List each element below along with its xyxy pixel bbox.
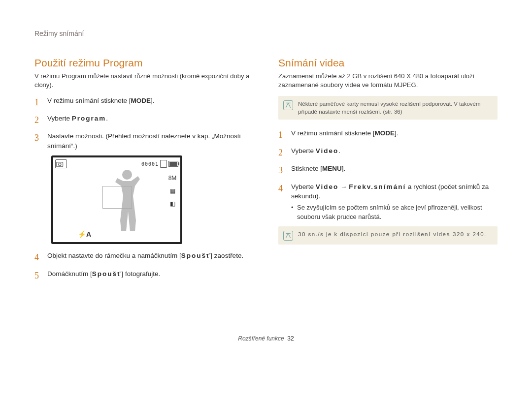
left-steps-cont: 4 Objekt nastavte do rámečku a namáčknut… [34, 251, 254, 281]
focus-frame [102, 186, 132, 209]
step-body: Vyberte Video → Frekv.snímání a rychlost… [291, 182, 498, 222]
left-steps: 1 V režimu snímání stisknete [MODE]. 2 V… [34, 96, 254, 151]
info-text: Některé paměťové karty nemusí vysoké roz… [298, 100, 493, 116]
resolution-icon: 8M [167, 174, 177, 182]
camera-mode-icon [55, 159, 67, 168]
battery-icon [168, 161, 178, 167]
info-note-2: 30 sn./s je k dispozici pouze při rozliš… [278, 226, 498, 245]
step-number: 1 [278, 128, 285, 141]
quality-icon: ▦ [167, 187, 177, 195]
left-intro: V režimu Program můžete nastavit různé m… [34, 72, 254, 89]
program-label: Program [72, 115, 106, 122]
step-number: 2 [278, 146, 285, 159]
text: . [338, 147, 340, 154]
text: V režimu snímání stisknete [ [47, 97, 131, 104]
info-icon [283, 100, 293, 110]
mode-label: MODE [131, 97, 151, 104]
shutter-label: Spoušť [181, 252, 211, 259]
right-steps: 1 V režimu snímání stisknete [MODE]. 2 V… [278, 128, 498, 221]
list-item: 4 Objekt nastavte do rámečku a namáčknut… [34, 251, 254, 264]
list-item: 4 Vyberte Video → Frekv.snímání a rychlo… [278, 182, 498, 222]
step-number: 5 [34, 269, 41, 282]
list-item: 3 Stisknete [MENU]. [278, 164, 498, 177]
sd-card-icon [160, 160, 167, 168]
text: Objekt nastavte do rámečku a namáčknutím… [47, 252, 181, 259]
text: Vyberte [291, 147, 314, 154]
list-item: 1 V režimu snímání stisknete [MODE]. [34, 96, 254, 109]
text: Vyberte [291, 183, 314, 190]
text: ] fotografujte. [122, 270, 161, 278]
page-footer: Rozšířené funkce 32 [0, 335, 532, 342]
shutter-label: Spoušť [92, 270, 122, 278]
flash-indicator: ⚡A [78, 230, 91, 238]
step-number: 4 [34, 251, 41, 264]
list-item: 2 Vyberte Video. [278, 146, 498, 159]
info-icon [283, 231, 293, 241]
right-intro: Zaznamenat můžete až 2 GB v rozlišení 64… [278, 72, 498, 89]
page-number: 32 [287, 335, 294, 342]
text: Domáčknutím [ [47, 270, 92, 278]
footer-section: Rozšířené funkce [238, 335, 284, 342]
step-body: Domáčknutím [Spoušť] fotografujte. [47, 269, 254, 282]
camera-preview-illustration: 00001 8M ▦ ◧ ⚡A [51, 155, 182, 244]
list-item: 1 V režimu snímání stisknete [MODE]. [278, 128, 498, 141]
text: ] zaostřete. [210, 252, 243, 259]
step-body: Vyberte Program. [47, 114, 254, 126]
list-item: 5 Domáčknutím [Spoušť] fotografujte. [34, 269, 254, 282]
left-heading: Použití režimu Program [34, 57, 254, 69]
right-heading: Snímání videa [278, 57, 498, 69]
info-note: Některé paměťové karty nemusí vysoké roz… [278, 96, 498, 120]
text: Stisknete [ [291, 165, 322, 172]
step-body: V režimu snímání stisknete [MODE]. [291, 128, 498, 141]
step-subnote: Se zvyšujícím se počtem snímků se akce j… [291, 203, 498, 222]
metering-icon: ◧ [167, 200, 177, 208]
video-menu-label: Video [316, 183, 339, 190]
text: ]. [395, 129, 399, 137]
section-header: Režimy snímání [34, 30, 498, 37]
right-column: Snímání videa Zaznamenat můžete až 2 GB … [278, 57, 498, 287]
list-item: 2 Vyberte Program. [34, 114, 254, 126]
text: ]. [342, 165, 346, 172]
framerate-menu-label: Frekv.snímání [349, 183, 406, 190]
step-number: 2 [34, 114, 41, 126]
text: Vyberte [47, 115, 70, 122]
step-body: Stisknete [MENU]. [291, 164, 498, 177]
mode-label: MODE [375, 129, 395, 137]
text: ]. [151, 97, 155, 104]
svg-point-1 [59, 163, 61, 166]
menu-label: MENU [322, 165, 342, 172]
video-label: Video [316, 147, 339, 154]
step-body: Nastavte možnosti. (Přehled možností nal… [47, 131, 254, 151]
step-body: Objekt nastavte do rámečku a namáčknutím… [47, 251, 254, 264]
info-text: 30 sn./s je k dispozici pouze při rozliš… [298, 230, 487, 238]
arrow-icon: → [340, 183, 347, 190]
step-number: 4 [278, 182, 285, 222]
step-body: V režimu snímání stisknete [MODE]. [47, 96, 254, 109]
frame-counter: 00001 [141, 161, 159, 167]
text: . [106, 115, 108, 122]
step-number: 3 [278, 164, 285, 177]
step-number: 3 [34, 131, 41, 151]
left-column: Použití režimu Program V režimu Program … [34, 57, 254, 287]
text: V režimu snímání stisknete [ [291, 129, 375, 137]
step-number: 1 [34, 96, 41, 109]
list-item: 3 Nastavte možnosti. (Přehled možností n… [34, 131, 254, 151]
step-body: Vyberte Video. [291, 146, 498, 159]
